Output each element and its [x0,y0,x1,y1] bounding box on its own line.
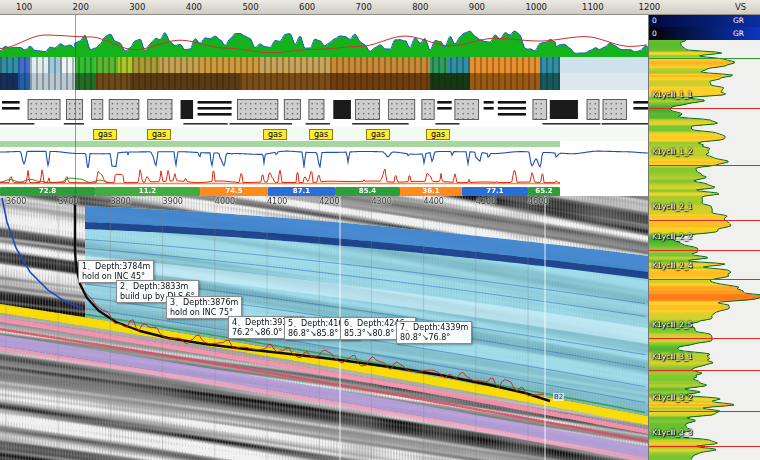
gas-show-label: gas [366,129,390,140]
formation-top-line [649,108,760,109]
gas-show-label: gas [147,129,171,140]
depth-tick-label: 4100 [267,197,287,206]
gr-curve-name-label: GR [733,27,744,40]
horizontal-ruler: VS 1002003004005006007008009001000110012… [0,0,760,15]
callout-depth-text: 2、Depth:3833m [120,282,195,292]
formation-top-line [649,220,760,221]
depth-tick-label: 4300 [371,197,391,206]
survey-value-segment: 87.1 [268,187,335,196]
survey-value-segment: 77.1 [462,187,528,196]
gamma-curve-track [0,168,648,188]
callout-depth-text: 3、Depth:3876m [170,298,238,308]
resistivity-curve-track [0,147,648,168]
ruler-tick-label: 100 [16,2,32,12]
survey-value-segment: 72.8 [0,187,95,196]
gr-curve-track [0,27,648,57]
well-position-marker-line [75,15,76,196]
ruler-tick-label: 1200 [639,2,661,12]
ruler-tick-label: 300 [129,2,145,12]
gas-show-label: gas [263,129,287,140]
ruler-tick-label: 500 [242,2,258,12]
gr-log-header-row-2: 0 GR [649,27,760,40]
formation-top-label: K1ycⅢ_3_3 [652,428,692,437]
formation-top-label: K1ycⅢ_2_2 [652,232,692,241]
gas-show-label: gas [309,129,333,140]
formation-top-label: K1ycⅢ_1_2 [652,147,692,156]
depth-tick-label: 3700 [58,197,78,206]
formation-top-line [649,279,760,280]
formation-top-line [649,411,760,412]
depth-tick-label: 3900 [163,197,183,206]
ruler-tick-label: 400 [186,2,202,12]
formation-top-line [649,250,760,251]
ruler-tick-label: 800 [412,2,428,12]
depth-tick-label: 4200 [319,197,339,206]
gr-log-header-row-1: 0 GR [649,15,760,27]
formation-top-line [649,370,760,371]
callout-detail-text: 80.8°↘76.8° [400,333,468,343]
ruler-tick-label: 200 [73,2,89,12]
survey-value-segment: 36.1 [400,187,462,196]
well-geosteering-app: VS 1002003004005006007008009001000110012… [0,0,760,460]
ruler-tick-label: 900 [469,2,485,12]
vs-axis-label: VS [735,2,746,12]
formation-top-label: K1ycⅢ_2_1 [652,202,692,211]
survey-value-segment: 74.5 [200,187,268,196]
gr-scale-min-label: 0 [652,27,657,40]
depth-tick-label: 3600 [6,197,26,206]
depth-tick-label: 4000 [215,197,235,206]
ruler-tick-label: 1100 [582,2,604,12]
formation-top-line [649,165,760,166]
ruler-tick-label: 700 [356,2,372,12]
gr-scale-min-label: 0 [652,15,657,27]
ruler-tick-label: 600 [299,2,315,12]
formation-top-label: K1ycⅢ_2_4 [652,261,692,270]
formation-top-label: K1ycⅢ_3_2 [652,393,692,402]
strip-texture-overlay [0,57,560,90]
callout-depth-text: 7、Depth:4339m [400,323,468,333]
formation-top-label: K1ycⅢ_1_1 [652,90,692,99]
lithology-column-track [0,95,648,127]
gas-show-label: gas [93,129,117,140]
callout-depth-text: 1、Depth:3784m [82,262,150,272]
formation-top-line [649,446,760,447]
gr-curve-name-label: GR [733,15,744,27]
right-gr-log-panel: 0 GR 0 GR K1ycⅢ_1_1K1ycⅢ_1_2K1ycⅢ_2_1K1y… [648,0,760,460]
gas-show-label: gas [426,129,450,140]
survey-value-segment: 11.2 [95,187,200,196]
formation-top-label: K1ycⅢ_3_1 [652,352,692,361]
depth-tick-label: 4600 [528,197,548,206]
well-target-label: B2 [553,393,564,401]
depth-tick-label: 4400 [424,197,444,206]
horizon-line-green [649,58,760,59]
ruler-tick-label: 1000 [525,2,547,12]
survey-value-segment: 85.4 [335,187,400,196]
depth-tick-label: 4500 [476,197,496,206]
formation-top-label: K1ycⅢ_2_5 [652,320,692,329]
depth-tick-label: 3800 [110,197,130,206]
survey-value-segment: 65.2 [528,187,560,196]
formation-top-line [649,338,760,339]
trajectory-callout: 7、Depth:4339m80.8°↘76.8° [396,321,472,344]
inclination-survey-bar: 72.811.274.587.185.436.177.165.2 [0,187,648,196]
